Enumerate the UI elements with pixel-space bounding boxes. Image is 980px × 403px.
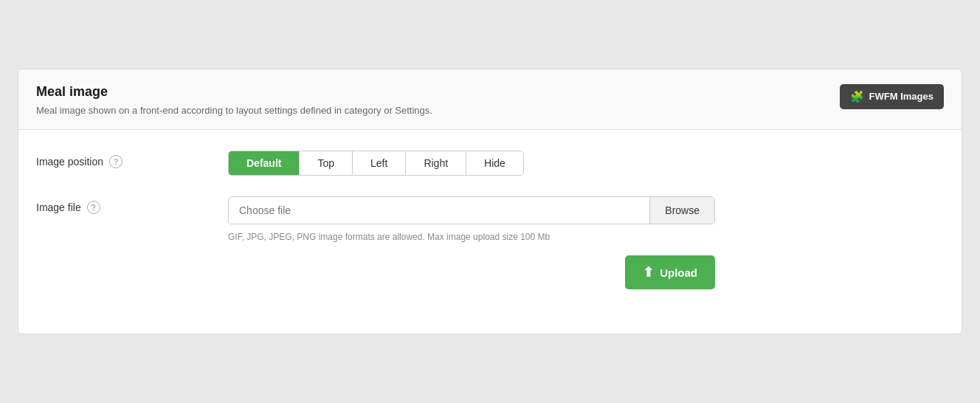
image-position-help-icon[interactable]: ? [109,155,122,168]
image-file-row: Image file ? Browse GIF, JPG, JPEG, PNG … [36,196,944,289]
file-name-field[interactable] [229,197,649,224]
image-position-control: Default Top Left Right Hide [228,151,944,176]
meal-image-card: Meal image Meal image shown on a front-e… [18,69,962,334]
image-file-control: Browse GIF, JPG, JPEG, PNG image formats… [228,196,944,289]
position-btn-hide[interactable]: Hide [466,151,523,175]
position-btn-left[interactable]: Left [353,151,406,175]
position-btn-right[interactable]: Right [406,151,466,175]
fwfm-images-button[interactable]: 🧩 FWFM Images [840,84,944,109]
image-position-label-group: Image position ? [36,151,228,168]
position-toggle-group: Default Top Left Right Hide [228,151,524,176]
upload-icon: ⬆ [643,264,654,280]
image-file-label-group: Image file ? [36,196,228,214]
browse-button[interactable]: Browse [649,197,714,224]
upload-btn-row: ⬆ Upload [228,255,715,289]
position-btn-top[interactable]: Top [300,151,353,175]
upload-button[interactable]: ⬆ Upload [625,255,715,289]
card-header: Meal image Meal image shown on a front-e… [18,69,962,130]
card-subtitle: Meal image shown on a front-end accordin… [36,104,432,117]
file-hint: GIF, JPG, JPEG, PNG image formats are al… [228,230,700,244]
card-body: Image position ? Default Top Left Right [18,130,962,334]
file-input-row: Browse [228,196,715,224]
card-header-left: Meal image Meal image shown on a front-e… [36,84,432,117]
upload-button-label: Upload [660,266,697,279]
plugin-icon: 🧩 [850,90,864,103]
image-file-label: Image file [36,202,81,213]
image-position-row: Image position ? Default Top Left Right [36,151,944,176]
card-title: Meal image [36,84,432,100]
image-position-label: Image position [36,156,103,168]
position-btn-default[interactable]: Default [229,151,300,175]
fwfm-button-label: FWFM Images [869,91,934,102]
image-file-help-icon[interactable]: ? [87,201,100,214]
